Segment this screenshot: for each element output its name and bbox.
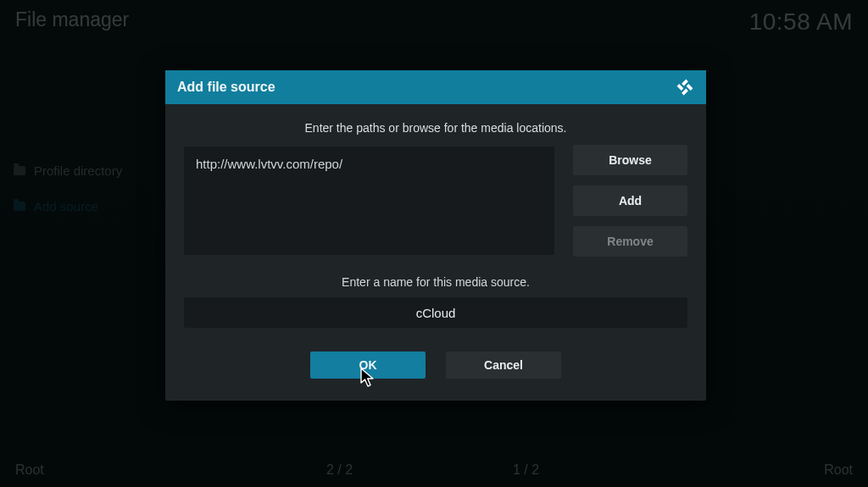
remove-path-button[interactable]: Remove [573, 226, 687, 257]
add-path-button[interactable]: Add [573, 185, 687, 216]
browse-button[interactable]: Browse [573, 145, 687, 175]
dialog-title: Add file source [177, 80, 275, 95]
source-name-input[interactable]: cCloud [184, 297, 687, 328]
svg-rect-2 [677, 84, 684, 91]
kodi-logo-icon [676, 78, 694, 97]
svg-rect-1 [682, 89, 688, 96]
svg-rect-3 [687, 84, 693, 91]
dialog-name-instruction: Enter a name for this media source. [184, 275, 687, 289]
cancel-button[interactable]: Cancel [446, 351, 561, 379]
path-item[interactable]: http://www.lvtvv.com/repo/ [196, 157, 542, 175]
svg-rect-0 [682, 80, 688, 86]
path-list[interactable]: http://www.lvtvv.com/repo/ [184, 147, 554, 255]
dialog-path-instruction: Enter the paths or browse for the media … [184, 121, 687, 135]
add-file-source-dialog: Add file source Enter the paths or brows… [165, 70, 706, 401]
dialog-header: Add file source [165, 70, 706, 104]
ok-button[interactable]: OK [310, 351, 426, 379]
